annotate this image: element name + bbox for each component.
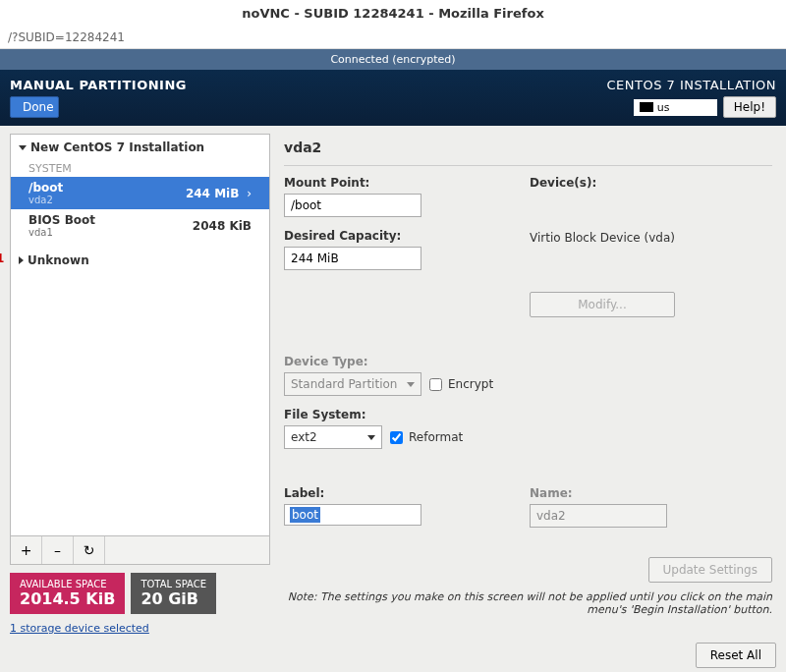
- done-button[interactable]: Done: [10, 96, 59, 118]
- name-input: [530, 504, 667, 528]
- settings-note: Note: The settings you make on this scre…: [284, 590, 772, 616]
- url-bar[interactable]: /?SUBID=12284241: [0, 27, 786, 49]
- partition-size: 244 MiB: [186, 187, 239, 200]
- partition-item-boot[interactable]: /boot vda2 244 MiB ›: [11, 177, 269, 209]
- available-space-box: AVAILABLE SPACE 2014.5 KiB: [10, 573, 125, 614]
- vnc-status: Connected (encrypted): [0, 49, 786, 70]
- tree-section-system: SYSTEM: [11, 160, 269, 177]
- tree-unknown[interactable]: Unknown: [11, 248, 269, 273]
- dropdown-icon: [367, 435, 375, 440]
- total-space-value: 20 GiB: [140, 589, 206, 608]
- reset-all-button[interactable]: Reset All: [696, 643, 776, 668]
- name-label: Name:: [530, 486, 667, 500]
- total-space-label: TOTAL SPACE: [140, 579, 206, 589]
- page-title: MANUAL PARTITIONING: [10, 78, 187, 92]
- chevron-right-icon: ›: [247, 187, 252, 200]
- encrypt-checkbox[interactable]: [429, 378, 442, 391]
- modify-button[interactable]: Modify...: [530, 292, 675, 317]
- mount-point-input[interactable]: [284, 194, 421, 217]
- filesystem-select[interactable]: ext2: [284, 425, 382, 449]
- browser-title: noVNC - SUBID 12284241 - Mozilla Firefox: [0, 0, 786, 27]
- collapse-icon: [19, 145, 27, 150]
- keyboard-icon: [640, 102, 653, 112]
- mount-point-label: Mount Point:: [284, 176, 500, 190]
- keyboard-layout-selector[interactable]: us: [634, 99, 717, 116]
- keyboard-layout-value: us: [657, 101, 670, 114]
- partition-size: 2048 KiB: [193, 219, 252, 233]
- add-partition-button[interactable]: +: [11, 536, 42, 564]
- tree-toolbar: + – ↻: [10, 536, 270, 565]
- update-settings-button[interactable]: Update Settings: [648, 557, 773, 583]
- help-button[interactable]: Help!: [723, 96, 776, 118]
- device-type-value: Standard Partition: [291, 377, 397, 391]
- partition-name: BIOS Boot: [28, 213, 95, 227]
- filesystem-value: ext2: [291, 430, 317, 444]
- reformat-label: Reformat: [409, 430, 463, 444]
- tree-root-label: New CentOS 7 Installation: [30, 140, 204, 154]
- expand-icon: [19, 256, 24, 264]
- reformat-checkbox[interactable]: [390, 431, 403, 444]
- error-marker: 1: [0, 252, 4, 265]
- partition-device: vda1: [28, 227, 95, 238]
- filesystem-label: File System:: [284, 408, 493, 421]
- reload-button[interactable]: ↻: [74, 536, 105, 564]
- storage-devices-link[interactable]: 1 storage device selected: [10, 622, 270, 635]
- partition-device: vda2: [28, 195, 63, 205]
- header-bar: MANUAL PARTITIONING Done CENTOS 7 INSTAL…: [0, 70, 786, 126]
- available-space-value: 2014.5 KiB: [20, 589, 115, 608]
- capacity-label: Desired Capacity:: [284, 229, 500, 243]
- partition-item-biosboot[interactable]: BIOS Boot vda1 2048 KiB: [11, 209, 269, 242]
- device-type-select[interactable]: Standard Partition: [284, 372, 421, 396]
- device-type-label: Device Type:: [284, 355, 493, 368]
- available-space-label: AVAILABLE SPACE: [20, 579, 115, 589]
- encrypt-label: Encrypt: [448, 377, 493, 391]
- tree-unknown-label: Unknown: [28, 253, 89, 267]
- capacity-input[interactable]: [284, 247, 421, 270]
- tree-root[interactable]: New CentOS 7 Installation: [11, 135, 269, 160]
- total-space-box: TOTAL SPACE 20 GiB: [131, 573, 216, 614]
- label-input[interactable]: boot: [284, 504, 421, 526]
- partition-name: /boot: [28, 181, 63, 195]
- label-value: boot: [290, 507, 320, 523]
- dropdown-icon: [407, 382, 415, 387]
- devices-text: Virtio Block Device (vda): [530, 231, 675, 245]
- devices-label: Device(s):: [530, 176, 675, 190]
- install-title: CENTOS 7 INSTALLATION: [606, 78, 776, 92]
- partition-tree: New CentOS 7 Installation SYSTEM /boot v…: [10, 134, 270, 536]
- detail-title: vda2: [284, 134, 772, 166]
- label-label: Label:: [284, 486, 500, 500]
- remove-partition-button[interactable]: –: [42, 536, 74, 564]
